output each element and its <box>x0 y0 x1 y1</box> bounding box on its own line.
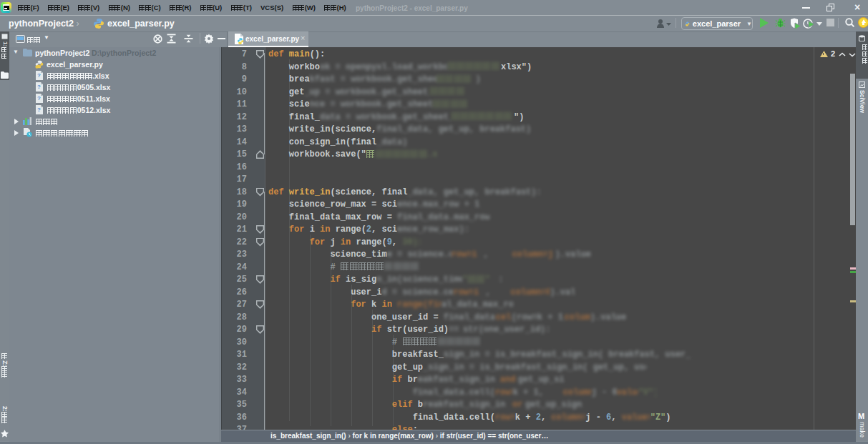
svg-text:?: ? <box>37 107 41 113</box>
svg-text:?: ? <box>37 84 41 90</box>
svg-text:?: ? <box>37 95 41 102</box>
svg-text:?: ? <box>37 72 41 79</box>
